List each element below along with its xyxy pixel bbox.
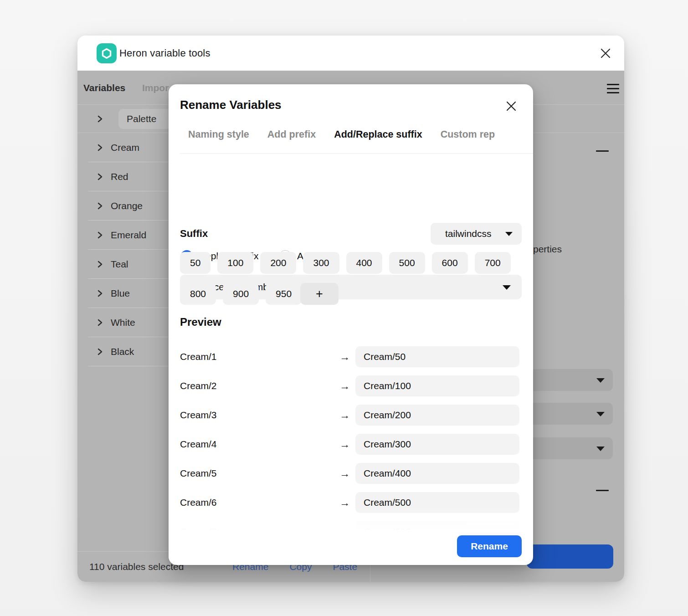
chevron-right-icon[interactable] [96, 115, 104, 125]
tab-custom-replace-partial[interactable]: Custom rep [441, 129, 495, 140]
arrow-right-icon: → [339, 434, 350, 455]
tab-naming-style[interactable]: Naming style [188, 129, 249, 140]
tab-import-partial[interactable]: Impor [142, 71, 169, 105]
arrow-right-icon: → [339, 521, 350, 534]
window-close-icon[interactable] [600, 47, 611, 59]
preview-new-name-field[interactable]: Cream/300 [355, 434, 519, 455]
chevron-right-icon[interactable] [96, 173, 104, 183]
add-chip-wrap: + [300, 283, 339, 305]
collapse-minus-icon[interactable] [596, 490, 609, 491]
preview-new-name-field[interactable]: Cream/600 [355, 521, 519, 534]
suffix-chip[interactable]: 950 [266, 283, 302, 305]
modal-title: Rename Variables [180, 98, 282, 112]
arrow-right-icon: → [339, 405, 350, 426]
arrow-right-icon: → [339, 463, 350, 484]
suffix-chip[interactable]: 200 [260, 252, 296, 274]
preview-old-name: Cream/4 [180, 434, 217, 455]
suffix-preset-select[interactable]: tailwindcss [431, 223, 522, 245]
chevron-right-icon[interactable] [96, 289, 104, 299]
caret-down-icon [596, 412, 605, 416]
modal-tabs-divider [180, 153, 533, 154]
chevron-right-icon[interactable] [96, 348, 104, 358]
preview-row: Cream/7 → Cream/600 [180, 521, 522, 534]
suffix-chip[interactable]: 100 [217, 252, 253, 274]
suffix-chip[interactable]: 400 [346, 252, 382, 274]
variable-group-label: Teal [111, 250, 128, 279]
suffix-chip[interactable]: 50 [180, 252, 211, 274]
menu-icon[interactable] [607, 84, 619, 93]
preview-row: Cream/4 → Cream/300 [180, 434, 522, 463]
suffix-chip[interactable]: 600 [432, 252, 468, 274]
add-suffix-chip-button[interactable]: + [300, 283, 339, 305]
caret-down-icon [503, 285, 511, 290]
rename-variables-modal: Rename Variables Naming style Add prefix… [169, 84, 533, 565]
variable-group-label: Red [111, 162, 128, 191]
preview-row: Cream/3 → Cream/200 [180, 405, 522, 434]
arrow-right-icon: → [339, 492, 350, 513]
preview-row: Cream/1 → Cream/50 [180, 346, 522, 375]
tab-add-replace-suffix[interactable]: Add/Replace suffix [334, 129, 422, 140]
dimmed-primary-button[interactable] [527, 544, 613, 569]
preview-heading: Preview [180, 316, 221, 329]
suffix-chip[interactable]: 300 [303, 252, 339, 274]
caret-down-icon [596, 378, 605, 383]
dimmed-dropdown-3[interactable] [526, 437, 613, 459]
preview-old-name: Cream/7 [180, 521, 217, 534]
preview-row: Cream/2 → Cream/100 [180, 375, 522, 405]
suffix-preset-value: tailwindcss [445, 223, 492, 245]
suffix-chip[interactable]: 500 [389, 252, 425, 274]
preview-new-name-field[interactable]: Cream/100 [355, 375, 519, 396]
chevron-right-icon[interactable] [96, 260, 104, 270]
caret-down-icon [596, 447, 605, 451]
chevron-right-icon[interactable] [96, 202, 104, 212]
chevron-right-icon[interactable] [96, 318, 104, 329]
variable-group-label: Emerald [111, 221, 146, 250]
properties-partial-label: perties [533, 244, 562, 255]
preview-new-name-field[interactable]: Cream/200 [355, 405, 519, 426]
preview-row: Cream/5 → Cream/400 [180, 463, 522, 492]
suffix-chip[interactable]: 900 [223, 283, 259, 305]
variable-group-label: Cream [111, 133, 139, 162]
stage: Heron variable tools Variables Impor Pal… [0, 0, 688, 616]
suffix-chip-row-2: 800900950 [180, 283, 302, 305]
variable-group-label: White [111, 308, 135, 337]
suffix-chip-row-1: 50100200300400500600700 [180, 252, 511, 274]
plugin-titlebar: Heron variable tools [77, 36, 624, 71]
suffix-section-label: Suffix [180, 228, 208, 240]
dimmed-dropdown-2[interactable] [526, 403, 613, 425]
preview-row: Cream/6 → Cream/500 [180, 492, 522, 521]
preview-new-name-field[interactable]: Cream/400 [355, 463, 519, 484]
arrow-right-icon: → [339, 375, 350, 396]
preview-new-name-field[interactable]: Cream/500 [355, 492, 519, 513]
modal-close-icon[interactable] [506, 101, 517, 112]
preview-old-name: Cream/2 [180, 375, 217, 396]
dimmed-dropdown-1[interactable] [526, 369, 613, 391]
window-title: Heron variable tools [119, 36, 211, 71]
preview-old-name: Cream/5 [180, 463, 217, 484]
preview-list: Cream/1 → Cream/50 Cream/2 → Cream/100 C… [180, 346, 522, 534]
chevron-right-icon[interactable] [96, 144, 104, 154]
arrow-right-icon: → [339, 346, 350, 367]
preview-old-name: Cream/3 [180, 405, 217, 426]
heron-logo-icon [97, 43, 117, 63]
modal-tab-bar: Naming style Add prefix Add/Replace suff… [188, 129, 495, 140]
chevron-right-icon[interactable] [96, 231, 104, 241]
rename-button[interactable]: Rename [457, 535, 522, 557]
caret-down-icon [505, 232, 513, 236]
preview-old-name: Cream/6 [180, 492, 217, 513]
suffix-chip[interactable]: 800 [180, 283, 216, 305]
preview-new-name-field[interactable]: Cream/50 [355, 346, 519, 367]
row-divider [88, 366, 169, 366]
tab-add-prefix[interactable]: Add prefix [267, 129, 316, 140]
preview-old-name: Cream/1 [180, 346, 217, 367]
tab-variables[interactable]: Variables [83, 71, 125, 105]
variable-group-label: Blue [111, 279, 130, 308]
collapse-minus-icon[interactable] [596, 150, 609, 152]
variable-group-label: Black [111, 337, 134, 366]
variable-group-label: Orange [111, 191, 143, 221]
suffix-chip[interactable]: 700 [475, 252, 511, 274]
